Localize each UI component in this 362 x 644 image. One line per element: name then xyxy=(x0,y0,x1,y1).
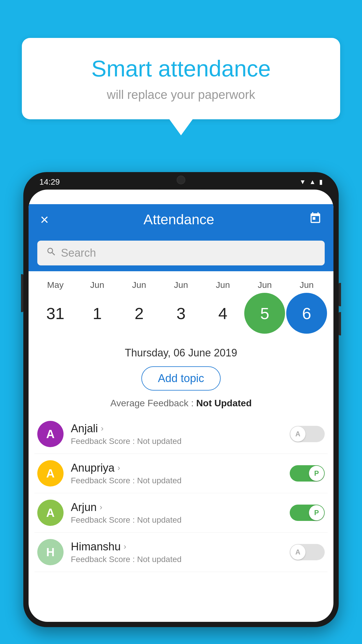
student-item-himanshu[interactable]: H Himanshu › Feedback Score : Not update… xyxy=(34,533,328,572)
date-info: Thursday, 06 June 2019 xyxy=(29,340,333,362)
student-name-anjali: Anjali › xyxy=(71,422,282,435)
cal-date-1[interactable]: 1 xyxy=(77,293,118,334)
chevron-arjun: › xyxy=(100,503,102,512)
cal-date-2[interactable]: 2 xyxy=(119,293,159,334)
student-name-arjun: Arjun › xyxy=(71,501,282,514)
student-info-anjali: Anjali › Feedback Score : Not updated xyxy=(71,422,282,446)
average-feedback: Average Feedback : Not Updated xyxy=(29,395,333,414)
attendance-toggle-arjun[interactable]: P xyxy=(290,505,325,521)
volume-down-button xyxy=(339,312,341,335)
student-avatar-himanshu: H xyxy=(37,539,64,565)
cal-month-6: Jun xyxy=(286,280,327,290)
student-info-himanshu: Himanshu › Feedback Score : Not updated xyxy=(71,540,282,564)
toggle-knob-anupriya: P xyxy=(309,466,324,481)
cal-month-4: Jun xyxy=(203,280,243,290)
student-avatar-anupriya: A xyxy=(37,460,64,487)
feedback-score-himanshu: Feedback Score : Not updated xyxy=(71,555,282,564)
phone-screen: × Attendance Search xyxy=(29,190,333,622)
student-avatar-anjali: A xyxy=(37,421,64,447)
cal-month-0: May xyxy=(35,280,76,290)
cal-date-4[interactable]: 4 xyxy=(203,293,243,334)
chevron-himanshu: › xyxy=(124,542,126,551)
speech-bubble-subtitle: will replace your paperwork xyxy=(45,88,317,102)
cal-date-6[interactable]: 6 xyxy=(286,293,327,334)
toggle-knob-himanshu: A xyxy=(290,545,305,560)
avg-feedback-label: Average Feedback : xyxy=(110,398,196,408)
header-title: Attendance xyxy=(49,211,309,228)
attendance-toggle-himanshu[interactable]: A xyxy=(290,544,325,560)
cal-month-2: Jun xyxy=(119,280,159,290)
phone-notch xyxy=(149,172,213,188)
status-icons: ▼ ▲ ▮ xyxy=(299,178,323,186)
app-header: × Attendance xyxy=(29,204,333,235)
speech-bubble-section: Smart attendance will replace your paper… xyxy=(22,38,340,135)
student-name-himanshu: Himanshu › xyxy=(71,540,282,553)
student-item-anupriya[interactable]: A Anupriya › Feedback Score : Not update… xyxy=(34,454,328,493)
add-topic-button[interactable]: Add topic xyxy=(141,366,221,391)
student-item-anjali[interactable]: A Anjali › Feedback Score : Not updated … xyxy=(34,414,328,454)
student-info-arjun: Arjun › Feedback Score : Not updated xyxy=(71,501,282,525)
search-icon xyxy=(46,246,57,260)
search-placeholder: Search xyxy=(61,247,96,259)
close-button[interactable]: × xyxy=(40,212,49,227)
toggle-knob-arjun: P xyxy=(309,505,324,520)
calendar-section: May Jun Jun Jun Jun Jun Jun 31 1 2 3 4 5… xyxy=(29,271,333,340)
cal-month-1: Jun xyxy=(77,280,118,290)
feedback-score-anupriya: Feedback Score : Not updated xyxy=(71,476,282,485)
status-time: 14:29 xyxy=(39,177,60,187)
toggle-knob-anjali: A xyxy=(290,426,305,442)
attendance-toggle-anupriya[interactable]: P xyxy=(290,465,325,482)
cal-month-5: Jun xyxy=(244,280,285,290)
wifi-icon: ▼ xyxy=(299,178,306,186)
avg-feedback-value: Not Updated xyxy=(196,398,252,408)
attendance-toggle-anjali[interactable]: A xyxy=(290,426,325,442)
student-item-arjun[interactable]: A Arjun › Feedback Score : Not updated P xyxy=(34,493,328,533)
search-bar[interactable]: Search xyxy=(37,241,325,265)
calendar-icon[interactable] xyxy=(309,212,322,227)
cal-date-0[interactable]: 31 xyxy=(35,293,76,334)
volume-up-button xyxy=(21,274,23,312)
cal-month-3: Jun xyxy=(161,280,201,290)
battery-icon: ▮ xyxy=(319,178,323,186)
chevron-anjali: › xyxy=(101,424,103,433)
student-avatar-arjun: A xyxy=(37,500,64,526)
cal-date-3[interactable]: 3 xyxy=(161,293,201,334)
speech-bubble: Smart attendance will replace your paper… xyxy=(22,38,340,119)
phone-frame: 14:29 ▼ ▲ ▮ × Attendance xyxy=(23,172,339,627)
phone-wrapper: 14:29 ▼ ▲ ▮ × Attendance xyxy=(23,172,339,644)
chevron-anupriya: › xyxy=(117,463,120,473)
search-container: Search xyxy=(29,235,333,271)
selected-date-label: Thursday, 06 June 2019 xyxy=(34,347,328,359)
front-camera xyxy=(177,176,185,184)
feedback-score-arjun: Feedback Score : Not updated xyxy=(71,515,282,525)
speech-bubble-title: Smart attendance xyxy=(45,55,317,82)
calendar-dates: 31 1 2 3 4 5 6 xyxy=(34,293,328,334)
power-button xyxy=(339,283,341,306)
add-topic-container: Add topic xyxy=(29,362,333,395)
student-list: A Anjali › Feedback Score : Not updated … xyxy=(29,414,333,572)
speech-bubble-arrow xyxy=(169,119,193,135)
student-info-anupriya: Anupriya › Feedback Score : Not updated xyxy=(71,462,282,485)
calendar-months: May Jun Jun Jun Jun Jun Jun xyxy=(34,280,328,290)
cal-date-5[interactable]: 5 xyxy=(244,293,285,334)
feedback-score-anjali: Feedback Score : Not updated xyxy=(71,437,282,446)
student-name-anupriya: Anupriya › xyxy=(71,462,282,474)
signal-icon: ▲ xyxy=(309,178,316,186)
